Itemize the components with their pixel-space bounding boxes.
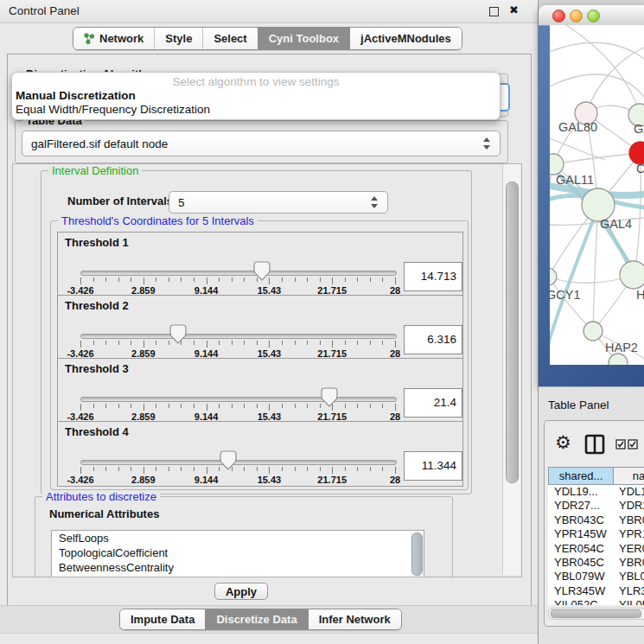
network-canvas[interactable]: GAL80GACGAL11GAL4GCY1HHAP2 [550, 25, 644, 365]
attribute-list-item[interactable]: TopologicalCoefficient [52, 545, 424, 560]
close-traffic-light[interactable] [552, 10, 565, 22]
slider-tick [345, 467, 346, 471]
network-node-hap2[interactable] [583, 322, 603, 341]
viewport-scrollbar[interactable] [502, 164, 520, 575]
table-cell[interactable]: YBL079W [548, 570, 613, 583]
intervals-spinner[interactable]: 5 [169, 191, 388, 214]
tab-discretize-data[interactable]: Discretize Data [205, 609, 307, 629]
node-table[interactable]: shared...na YDL19...YDL19...YDR27...YDR2… [548, 467, 644, 605]
slider-tick [357, 277, 358, 282]
table-cell[interactable]: YBR043C [548, 513, 613, 527]
table-cell[interactable]: YDL19... [548, 485, 613, 499]
table-row[interactable]: YBL079WYBL079W [548, 570, 644, 583]
threshold-slider-track[interactable] [80, 271, 397, 276]
tab-style[interactable]: Style [154, 28, 202, 49]
numerical-attributes-list[interactable]: SelfLoopsTopologicalCoefficientBetweenne… [51, 530, 424, 577]
tab-label: Impute Data [131, 613, 194, 626]
attribute-list-item[interactable]: SelfLoops [52, 531, 424, 545]
table-cell[interactable]: YBR043C [613, 513, 644, 527]
table-row[interactable]: YBR043CYBR043C [548, 513, 644, 527]
slider-tick [207, 404, 207, 411]
table-hscrollbar[interactable] [548, 608, 644, 620]
table-cell[interactable]: YBL079W [613, 570, 644, 583]
slider-tick [181, 277, 182, 282]
threshold-slider-thumb[interactable] [220, 450, 237, 470]
table-row[interactable]: YLR345WYLR345W [548, 584, 644, 598]
table-cell[interactable]: YBR045C [548, 556, 613, 570]
network-icon [84, 32, 95, 45]
table-cell[interactable]: YDL19... [613, 485, 644, 499]
table-row[interactable]: YDR27...YDR27... [548, 499, 644, 513]
table-cell[interactable]: YDR27... [613, 499, 644, 513]
table-cell[interactable]: YLR345W [613, 584, 644, 598]
slider-tick [207, 467, 207, 474]
close-icon[interactable]: ✖ [509, 3, 519, 16]
table-cell[interactable]: YBR045C [613, 556, 644, 570]
table-row[interactable]: YPR145WYPR145W [548, 527, 644, 541]
slider-tick-label: -3.426 [67, 475, 93, 485]
table-cell[interactable]: YIL052C [613, 598, 644, 605]
slider-tick-label: 28 [390, 475, 400, 485]
slider-tick [169, 467, 169, 471]
slider-tick [93, 467, 94, 471]
table-column-header[interactable]: na [613, 467, 644, 485]
slider-tick [257, 467, 258, 471]
threshold-slider-thumb[interactable] [169, 324, 187, 344]
tab-impute-data[interactable]: Impute Data [120, 609, 205, 629]
threshold-slider-track[interactable] [80, 397, 397, 402]
network-edge [550, 42, 644, 59]
table-cell[interactable]: YLR345W [548, 584, 613, 598]
tab-select[interactable]: Select [202, 28, 257, 49]
attributes-list-scrollbar[interactable] [411, 532, 422, 577]
threshold-slider-track[interactable] [80, 334, 397, 339]
slider-tick [181, 404, 182, 408]
table-row[interactable]: YIL052CYIL052C [548, 598, 644, 605]
slider-tick [370, 404, 371, 408]
table-cell[interactable]: YPR145W [613, 527, 644, 541]
popup-item-equal-width-frequency[interactable]: Equal Width/Frequency Discretization [16, 103, 210, 116]
tab-network[interactable]: Network [73, 28, 154, 49]
threshold-value-field[interactable]: 6.316 [404, 325, 462, 354]
viewport-scrollbar-thumb[interactable] [506, 182, 519, 483]
threshold-value-field[interactable]: 21.4 [404, 388, 462, 418]
table-cell[interactable]: YER054C [613, 542, 644, 556]
gear-icon[interactable]: ⚙ [555, 433, 571, 452]
table-column-header[interactable]: shared... [548, 467, 613, 485]
table-row[interactable]: YER054CYER054C [548, 542, 644, 556]
threshold-slider-thumb[interactable] [321, 387, 338, 407]
table-data-combo[interactable]: galFiltered.sif default node [22, 131, 501, 156]
network-node-h[interactable] [620, 261, 644, 289]
zoom-traffic-light[interactable] [587, 10, 600, 22]
apply-button[interactable]: Apply [214, 583, 268, 600]
table-cell[interactable]: YDR27... [548, 499, 613, 513]
column-layout-icon[interactable] [584, 434, 605, 455]
table-cell[interactable]: YPR145W [548, 527, 613, 541]
threshold-slider-thumb[interactable] [253, 261, 271, 281]
checkbox-icon[interactable] [628, 439, 638, 450]
minimize-traffic-light[interactable] [570, 10, 583, 22]
tab-jactivemnodules[interactable]: jActiveMNodules [349, 28, 462, 49]
popup-item-manual-discretization[interactable]: Manual Discretization [16, 89, 136, 102]
tab-cyni-toolbox[interactable]: Cyni Toolbox [258, 28, 349, 49]
threshold-slider-track[interactable] [80, 460, 397, 465]
slider-tick [169, 404, 169, 408]
checkbox-icon[interactable] [615, 439, 626, 450]
table-cell[interactable]: YIL052C [548, 598, 613, 605]
attribute-list-item[interactable]: BetweennessCentrality [52, 560, 424, 575]
table-row[interactable]: YBR045CYBR045C [548, 556, 644, 570]
attributes-group: Attributes to discretize Numerical Attri… [35, 496, 453, 577]
threshold-value-field[interactable]: 11.344 [404, 451, 462, 481]
slider-tick [194, 277, 194, 282]
slider-tick [80, 341, 81, 348]
threshold-value-field[interactable]: 14.713 [404, 262, 462, 291]
network-node-gcy1[interactable] [550, 268, 557, 285]
table-data-group: Table Data galFiltered.sif default node [15, 120, 508, 163]
table-row[interactable]: YDL19...YDL19... [548, 485, 644, 499]
table-cell[interactable]: YER054C [548, 542, 613, 556]
tab-infer-network[interactable]: Infer Network [308, 609, 401, 629]
float-window-icon[interactable] [489, 7, 499, 16]
slider-tick [244, 467, 245, 471]
thresholds-group: Threshold's Coordinates for 5 Intervals … [50, 220, 469, 490]
slider-tick [257, 404, 258, 408]
slider-tick [282, 341, 283, 345]
